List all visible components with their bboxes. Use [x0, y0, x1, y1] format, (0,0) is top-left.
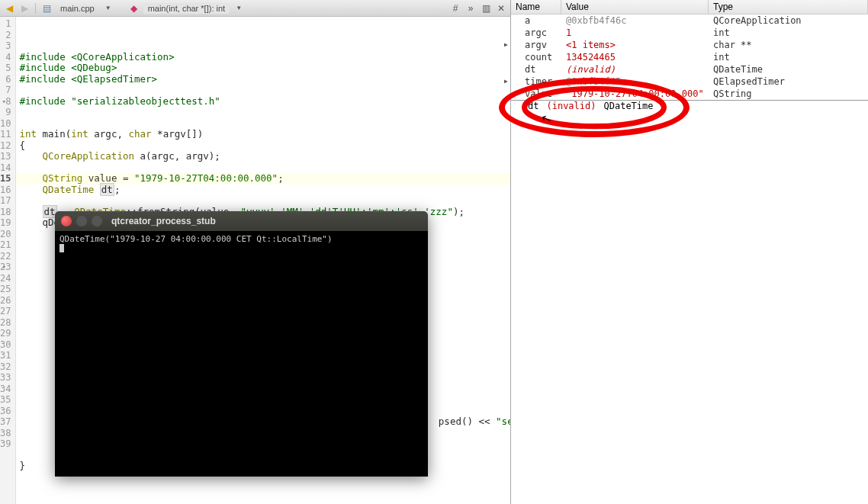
table-row[interactable]: dt(invalid)QDateTime: [511, 63, 868, 75]
line-number[interactable]: 39: [0, 438, 15, 450]
line-number[interactable]: 23▾: [0, 262, 15, 273]
expand-icon[interactable]: ▶: [504, 41, 508, 48]
line-number[interactable]: 26: [0, 295, 15, 307]
nav-forward-icon[interactable]: ▶: [18, 2, 31, 14]
watch-name: dt: [528, 101, 538, 111]
code-line[interactable]: #include <QDebug>: [19, 63, 510, 74]
line-number[interactable]: 13: [0, 151, 15, 162]
line-number[interactable]: 19: [0, 217, 15, 229]
header-type[interactable]: Type: [709, 0, 868, 14]
line-number[interactable]: 30: [0, 339, 15, 351]
expand-icon[interactable]: ▶: [504, 78, 508, 85]
header-name[interactable]: Name: [511, 0, 561, 14]
watch-row[interactable]: dt (invalid) QDateTime: [528, 101, 654, 111]
split-icon[interactable]: ▥: [480, 2, 492, 14]
line-number[interactable]: 35: [0, 394, 15, 406]
line-number[interactable]: 16: [0, 185, 15, 196]
editor-toolbar: ◀ ▶ ▤ main.cpp ▼ ◆ main(int, char *[]): …: [0, 0, 510, 17]
code-line[interactable]: [19, 107, 510, 118]
line-number[interactable]: 20: [0, 229, 15, 240]
table-row[interactable]: timer▶@0xbfb4f45cQElapsedTimer: [511, 75, 868, 88]
dropdown-icon[interactable]: ▼: [102, 2, 114, 14]
table-row[interactable]: argc1int: [511, 27, 868, 39]
var-type: QString: [709, 88, 868, 100]
table-row[interactable]: argv▶<1 items>char **: [511, 39, 868, 51]
line-number[interactable]: 18: [0, 207, 15, 218]
line-number[interactable]: 12: [0, 140, 15, 152]
code-line[interactable]: #include "serializableobjecttest.h": [19, 96, 510, 108]
dropdown-icon[interactable]: ▼: [233, 2, 245, 14]
file-tab[interactable]: main.cpp: [56, 4, 99, 13]
table-row[interactable]: a@0xbfb4f46cQCoreApplication: [511, 14, 868, 27]
window-close-icon[interactable]: [61, 216, 72, 226]
line-number[interactable]: 27: [0, 306, 15, 317]
line-number[interactable]: 24: [0, 273, 15, 284]
var-value: "1979-10-27T04:00:00.000": [561, 88, 709, 100]
var-value: <1 items>: [561, 39, 709, 51]
var-value: @0xbfb4f45c: [561, 75, 709, 88]
line-number[interactable]: 11: [0, 129, 15, 140]
code-line[interactable]: #include <QElapsedTimer>: [19, 74, 510, 85]
fold-icon[interactable]: ▾: [0, 96, 6, 108]
code-line[interactable]: [19, 162, 510, 174]
table-row[interactable]: value"1979-10-27T04:00:00.000"QString: [511, 88, 868, 100]
terminal-titlebar[interactable]: qtcreator_process_stub: [55, 211, 428, 231]
code-line[interactable]: QCoreApplication a(argc, argv);: [19, 151, 510, 162]
table-header: Name Value Type: [511, 0, 868, 14]
line-number[interactable]: 21: [0, 239, 15, 251]
watch-area[interactable]: dt (invalid) QDateTime ↖: [511, 100, 868, 504]
line-number[interactable]: 2: [0, 30, 15, 41]
header-value[interactable]: Value: [561, 0, 709, 14]
code-line[interactable]: QString value = "1979-10-27T04:00:00.000…: [19, 173, 510, 185]
line-number[interactable]: 6: [0, 74, 15, 85]
line-gutter[interactable]: 12345678▾91011121314151617181920212223▾2…: [0, 17, 16, 504]
line-number[interactable]: 8▾: [0, 96, 15, 108]
var-type: char **: [709, 39, 868, 51]
line-number[interactable]: 3: [0, 40, 15, 52]
line-number[interactable]: 7: [0, 85, 15, 96]
line-number[interactable]: 28: [0, 317, 15, 329]
line-number[interactable]: 36: [0, 406, 15, 417]
line-number[interactable]: 29: [0, 328, 15, 339]
line-number[interactable]: 17: [0, 195, 15, 207]
line-number[interactable]: 34: [0, 384, 15, 395]
code-line[interactable]: QDateTime dt;: [19, 185, 510, 196]
code-line[interactable]: [19, 85, 510, 96]
code-line[interactable]: [19, 195, 510, 207]
expand-icon[interactable]: »: [465, 2, 477, 14]
line-number[interactable]: 9: [0, 107, 15, 118]
line-number[interactable]: 38: [0, 428, 15, 439]
line-number[interactable]: 32: [0, 361, 15, 373]
line-number[interactable]: 33: [0, 372, 15, 384]
line-number[interactable]: 4: [0, 52, 15, 63]
watch-type: QDateTime: [603, 101, 653, 111]
line-number[interactable]: 10: [0, 118, 15, 130]
line-number[interactable]: 5: [0, 63, 15, 74]
close-icon[interactable]: ✕: [495, 2, 507, 14]
breadcrumb[interactable]: main(int, char *[]): int: [143, 3, 230, 14]
code-line[interactable]: #include <QCoreApplication>: [19, 52, 510, 63]
code-line[interactable]: {: [19, 140, 510, 152]
line-number[interactable]: 37: [0, 416, 15, 428]
var-value: 134524465: [561, 51, 709, 63]
window-maximize-icon[interactable]: [92, 216, 102, 226]
line-number[interactable]: 31: [0, 350, 15, 361]
table-row[interactable]: count134524465int: [511, 51, 868, 63]
line-number[interactable]: 25: [0, 284, 15, 295]
line-number[interactable]: 14: [0, 162, 15, 174]
line-number[interactable]: 1: [0, 18, 15, 30]
window-minimize-icon[interactable]: [76, 216, 87, 226]
var-type: int: [709, 51, 868, 63]
line-number[interactable]: 22: [0, 251, 15, 262]
code-line[interactable]: int main(int argc, char *argv[]): [19, 129, 510, 140]
hash-icon[interactable]: #: [449, 2, 461, 14]
terminal-body[interactable]: QDateTime("1979-10-27 04:00:00.000 CET Q…: [55, 231, 428, 477]
code-line[interactable]: [19, 118, 510, 130]
var-name: argc: [511, 27, 561, 39]
fold-icon[interactable]: ▾: [0, 262, 6, 273]
terminal-window[interactable]: qtcreator_process_stub QDateTime("1979-1…: [55, 211, 428, 477]
var-type: int: [709, 27, 868, 39]
nav-back-icon[interactable]: ◀: [3, 2, 15, 14]
var-type: QDateTime: [709, 63, 868, 75]
line-number[interactable]: 15: [0, 173, 15, 185]
